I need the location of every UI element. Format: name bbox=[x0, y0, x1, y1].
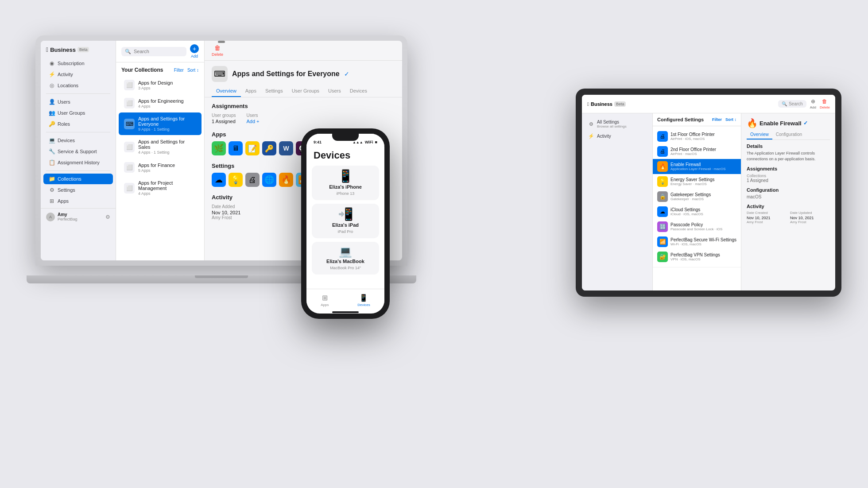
sidebar-item-roles[interactable]: 🔑 Roles bbox=[43, 119, 113, 129]
main-tabs: Overview Apps Settings User Groups Users… bbox=[205, 85, 402, 97]
setting-icon-3[interactable]: 🖨 bbox=[245, 173, 260, 187]
ipad-setting-floor-printer[interactable]: 🖨 1st Floor Office Printer AirPrint · iO… bbox=[653, 129, 741, 144]
users-add-link[interactable]: Add + bbox=[246, 119, 259, 124]
tab-overview[interactable]: Overview bbox=[212, 85, 241, 97]
ipad-setting-name-passcode: Passcode Policy bbox=[670, 222, 736, 227]
ipad-date-updated-by: Amy Frost bbox=[790, 220, 830, 224]
iphone-device-card-ipad[interactable]: 📲 Eliza's iPad iPad Pro bbox=[312, 204, 379, 238]
iphone-home-indicator bbox=[306, 311, 384, 314]
sidebar-item-devices[interactable]: 💻 Devices bbox=[43, 135, 113, 146]
iphone-device-card-macbook[interactable]: 💻 Eliza's MacBook MacBook Pro 14" bbox=[312, 242, 379, 275]
ipad-add-button[interactable]: ⊕ Add bbox=[810, 98, 816, 109]
beta-badge: Beta bbox=[78, 47, 89, 52]
filter-button[interactable]: Filter bbox=[174, 68, 184, 73]
iphone-body: 9:41 ▲▲▲ WiFi ■ Devices 📱 Eliza's iPhone… bbox=[301, 128, 390, 319]
settings-gear-icon[interactable]: ⚙ bbox=[105, 214, 110, 220]
collection-name-sales: Apps and Settings for Sales bbox=[138, 139, 196, 150]
ipad-tab-configuration[interactable]: Configuration bbox=[772, 130, 806, 139]
ipad-sidebar-activity[interactable]: ⚡ Activity bbox=[584, 131, 651, 141]
collection-item-apps-project[interactable]: ⬜ Apps for Project Management 4 Apps bbox=[119, 177, 202, 199]
ipad-tab-overview[interactable]: Overview bbox=[747, 130, 772, 139]
ipad-setting-meta-icloud: iCloud · iOS, macOS bbox=[670, 212, 736, 216]
collection-item-apps-everyone[interactable]: ⌨ Apps and Settings for Everyone 9 Apps … bbox=[119, 112, 202, 135]
ipad-activity-icon: ⚡ bbox=[588, 133, 594, 139]
add-button[interactable]: + Add bbox=[190, 44, 199, 58]
ipad-date-created-col: Date Created Nov 10, 2021 Amy Frost bbox=[747, 211, 787, 224]
ipad-setting-passcode[interactable]: 🔢 Passcode Policy Passcode and Screen Lo… bbox=[653, 219, 741, 234]
ipad-setting-meta-firewall: Application Layer Firewall · macOS bbox=[670, 167, 736, 171]
ipad-setting-wifi[interactable]: 📶 PerfectBag Secure Wi-Fi Settings Wi-Fi… bbox=[653, 234, 741, 249]
tab-user-groups[interactable]: User Groups bbox=[287, 85, 324, 97]
collection-item-apps-sales[interactable]: ⬜ Apps and Settings for Sales 4 Apps · 1… bbox=[119, 136, 202, 158]
service-icon: 🔧 bbox=[49, 148, 55, 155]
search-input-wrap[interactable]: 🔍 bbox=[121, 47, 186, 56]
iphone-device-name-macbook: Eliza's MacBook bbox=[326, 259, 364, 264]
users-label: Users bbox=[246, 113, 259, 118]
iphone-tab-devices[interactable]: 📱 Devices bbox=[357, 294, 370, 307]
sidebar-item-assignment-history[interactable]: 📋 Assignment History bbox=[43, 157, 113, 168]
sidebar-item-settings[interactable]: ⚙ Settings bbox=[43, 185, 113, 195]
sort-button[interactable]: Sort ↕ bbox=[187, 68, 199, 73]
delete-button[interactable]: 🗑 Delete bbox=[212, 44, 223, 57]
search-input[interactable] bbox=[134, 49, 183, 54]
ipad-delete-button[interactable]: 🗑 Delete bbox=[820, 98, 830, 109]
iphone-notch bbox=[332, 134, 359, 141]
iphone-device-card-iphone[interactable]: 📱 Eliza's iPhone iPhone 13 bbox=[312, 166, 379, 200]
avatar: A bbox=[46, 213, 55, 221]
ipad-setting-name-2nd-printer: 2nd Floor Office Printer bbox=[670, 147, 736, 152]
user-info: A Amy PerfectBag bbox=[46, 212, 78, 221]
ipad-sort-btn[interactable]: Sort ↕ bbox=[725, 117, 736, 122]
ipad-setting-2nd-printer[interactable]: 🖨 2nd Floor Office Printer AirPrint · ma… bbox=[653, 144, 741, 159]
sidebar-item-activity[interactable]: ⚡ Activity bbox=[43, 69, 113, 80]
collections-header: Your Collections Filter Sort ↕ bbox=[116, 62, 204, 76]
collection-item-apps-finance[interactable]: ⬜ Apps for Finance 5 Apps bbox=[119, 159, 202, 176]
ipad-setting-name-icloud: iCloud Settings bbox=[670, 207, 736, 212]
ipad-sidebar-all-settings[interactable]: ⚙ All Settings Browse all settings bbox=[584, 117, 651, 131]
app-icon-2[interactable]: 🖥 bbox=[229, 141, 243, 155]
setting-icon-1[interactable]: ☁ bbox=[212, 173, 226, 187]
sidebar-item-users[interactable]: 👤 Users bbox=[43, 97, 113, 107]
ipad-header-right: 🔍 Search ⊕ Add 🗑 Delete bbox=[778, 98, 830, 109]
app-icon-1[interactable]: 🌿 bbox=[212, 141, 226, 155]
ipad-search[interactable]: 🔍 Search bbox=[778, 100, 806, 108]
sidebar-item-subscription[interactable]: ◉ Subscription bbox=[43, 58, 113, 69]
ipad-setting-icloud[interactable]: ☁ iCloud Settings iCloud · iOS, macOS bbox=[653, 204, 741, 219]
ipad-setting-name-gatekeeper: Gatekeeper Settings bbox=[670, 192, 736, 197]
tab-settings[interactable]: Settings bbox=[261, 85, 287, 97]
iphone-device-name-ipad: Eliza's iPad bbox=[332, 222, 359, 228]
ipad-filter-btn[interactable]: Filter bbox=[712, 117, 722, 122]
sidebar-item-service-support[interactable]: 🔧 Service & Support bbox=[43, 146, 113, 157]
ipad-setting-vpn[interactable]: 🔐 PerfectBag VPN Settings VPN · iOS, mac… bbox=[653, 249, 741, 264]
tab-users[interactable]: Users bbox=[324, 85, 345, 97]
ipad-setting-energy-saver[interactable]: 💡 Energy Saver Settings Energy Saver · m… bbox=[653, 174, 741, 189]
tab-devices[interactable]: Devices bbox=[345, 85, 372, 97]
battery-icon: ■ bbox=[375, 140, 377, 144]
ipad-setting-firewall[interactable]: 🔥 Enable Firewall Application Layer Fire… bbox=[653, 159, 741, 174]
ipad-search-text: Search bbox=[789, 101, 803, 106]
sidebar-item-user-groups[interactable]: 👥 User Groups bbox=[43, 108, 113, 118]
sidebar-item-apps[interactable]: ⊞ Apps bbox=[43, 196, 113, 206]
ipad-add-label: Add bbox=[810, 105, 816, 109]
subscription-icon: ◉ bbox=[49, 60, 55, 66]
app-icon-3[interactable]: 📝 bbox=[245, 141, 260, 155]
setting-icon-5[interactable]: 🔥 bbox=[279, 173, 293, 187]
add-label: Add bbox=[191, 54, 198, 58]
app-icon-4[interactable]: 🔑 bbox=[262, 141, 276, 155]
collection-item-apps-design[interactable]: ⬜ Apps for Design 3 Apps bbox=[119, 76, 202, 94]
sidebar-item-locations[interactable]: ◎ Locations bbox=[43, 80, 113, 91]
app-icon-5[interactable]: W bbox=[279, 141, 293, 155]
iphone-device-list: 📱 Eliza's iPhone iPhone 13 📲 Eliza's iPa… bbox=[306, 164, 384, 289]
collection-item-apps-engineering[interactable]: ⬜ Apps for Engineering 4 Apps bbox=[119, 94, 202, 112]
ipad-setting-meta-gatekeeper: Gatekeeper · macOS bbox=[670, 197, 736, 201]
sidebar-item-collections[interactable]: 📁 Collections bbox=[43, 174, 113, 184]
ipad-setting-gatekeeper[interactable]: 🔒 Gatekeeper Settings Gatekeeper · macOS bbox=[653, 189, 741, 204]
ipad-detail-tabs: Overview Configuration bbox=[747, 130, 830, 140]
ipad-all-settings-label: All Settings bbox=[597, 120, 627, 124]
collection-name-project: Apps for Project Management bbox=[138, 180, 196, 191]
setting-icon-2[interactable]: 💡 bbox=[229, 173, 243, 187]
collection-meta-engineering: 4 Apps bbox=[138, 104, 196, 108]
tab-apps[interactable]: Apps bbox=[241, 85, 261, 97]
ipad-search-icon: 🔍 bbox=[782, 101, 787, 106]
setting-icon-4[interactable]: 🌐 bbox=[262, 173, 276, 187]
iphone-tab-apps[interactable]: ⊞ Apps bbox=[321, 294, 329, 307]
